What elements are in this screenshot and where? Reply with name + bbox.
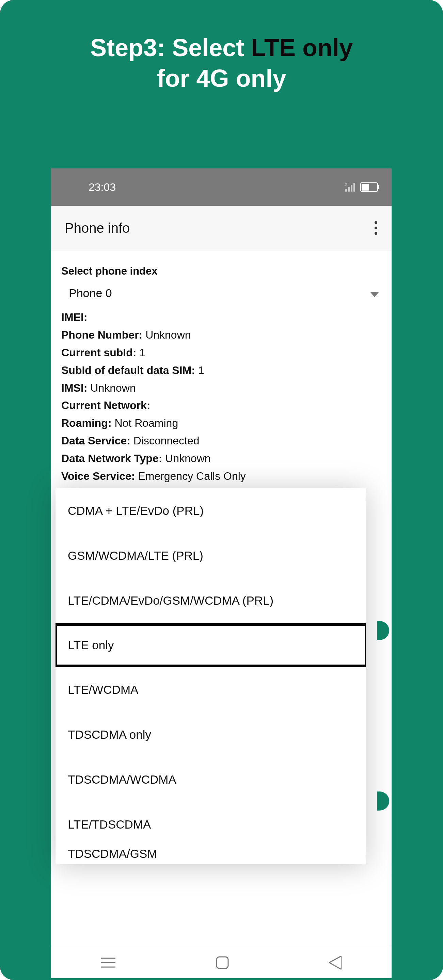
info-imsi: IMSI: Unknown (61, 379, 381, 397)
app-bar: Phone info (51, 206, 392, 250)
svg-rect-3 (354, 183, 355, 192)
svg-point-7 (374, 232, 377, 235)
select-phone-index-label: Select phone index (61, 263, 381, 280)
info-data-service: Data Service: Disconnected (61, 432, 381, 450)
battery-icon (360, 182, 378, 192)
nav-back-button[interactable] (329, 956, 341, 969)
signal-icon: x (345, 183, 355, 192)
network-option[interactable]: LTE/TDSCDMA (56, 802, 366, 847)
network-option[interactable]: TDSCDMA only (56, 712, 366, 757)
status-right: x (345, 182, 378, 192)
phone-index-dropdown[interactable]: Phone 0 (61, 281, 381, 309)
network-option[interactable]: CDMA + LTE/EvDo (PRL) (56, 488, 366, 533)
promo-frame: Step3: Select LTE only for 4G only 23:03… (0, 0, 443, 980)
promo-text-part2: for 4G only (157, 65, 286, 92)
network-type-popup: CDMA + LTE/EvDo (PRL) GSM/WCDMA/LTE (PRL… (56, 488, 366, 864)
network-option[interactable]: TDSCDMA/WCDMA (56, 757, 366, 802)
info-current-subid: Current subId: 1 (61, 344, 381, 362)
nav-recent-button[interactable] (101, 957, 115, 969)
svg-rect-0 (345, 189, 347, 192)
info-phone-number: Phone Number: Unknown (61, 326, 381, 344)
svg-point-6 (374, 227, 377, 229)
info-default-subid: SubId of default data SIM: 1 (61, 362, 381, 379)
svg-text:x: x (345, 183, 347, 186)
status-bar: 23:03 x (51, 169, 392, 206)
promo-text-part1: Step3: Select (90, 34, 251, 61)
chevron-down-icon (370, 284, 379, 302)
network-option[interactable]: GSM/WCDMA/LTE (PRL) (56, 533, 366, 578)
svg-rect-12 (217, 957, 228, 969)
nav-home-button[interactable] (216, 956, 229, 969)
info-data-network-type: Data Network Type: Unknown (61, 450, 381, 468)
svg-rect-1 (348, 187, 350, 192)
nav-bar (51, 947, 392, 978)
svg-point-5 (374, 221, 377, 224)
svg-marker-13 (329, 956, 341, 969)
info-imei: IMEI: (61, 309, 381, 326)
promo-text-accent: LTE only (251, 34, 353, 61)
svg-marker-8 (370, 292, 379, 297)
network-option-lte-only[interactable]: LTE only (56, 623, 366, 667)
info-roaming: Roaming: Not Roaming (61, 414, 381, 432)
info-voice-service: Voice Service: Emergency Calls Only (61, 468, 381, 485)
network-option[interactable]: LTE/CDMA/EvDo/GSM/WCDMA (PRL) (56, 578, 366, 623)
content-area: Select phone index Phone 0 IMEI: Phone N… (51, 250, 392, 485)
promo-title: Step3: Select LTE only for 4G only (0, 0, 443, 94)
page-title: Phone info (65, 221, 374, 236)
status-time: 23:03 (89, 181, 116, 194)
overflow-menu-button[interactable] (374, 221, 378, 235)
network-option[interactable]: TDSCDMA/GSM (56, 847, 366, 864)
network-option[interactable]: LTE/WCDMA (56, 667, 366, 712)
phone-index-value: Phone 0 (69, 284, 112, 302)
info-current-network: Current Network: (61, 397, 381, 414)
svg-rect-2 (351, 185, 352, 192)
